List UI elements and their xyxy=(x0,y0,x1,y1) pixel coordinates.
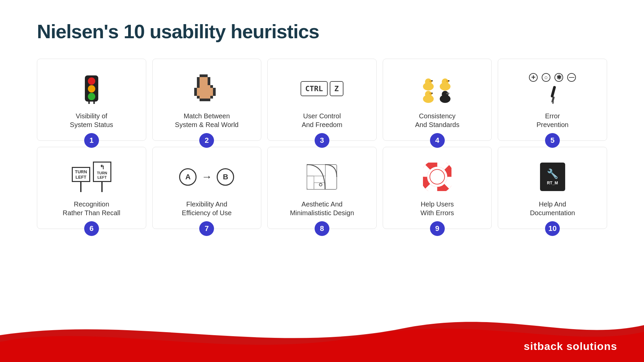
svg-rect-23 xyxy=(208,82,210,85)
svg-rect-12 xyxy=(205,77,208,80)
card-10-number: 10 xyxy=(545,221,560,236)
card-1: Visibility ofSystem Status 1 xyxy=(37,59,146,141)
svg-rect-42 xyxy=(205,90,208,93)
wrench-icon: 🔧 xyxy=(547,168,558,179)
card-7-icon: A → B xyxy=(179,157,234,196)
plus-icon: + xyxy=(529,73,538,82)
footer: sitback solutions xyxy=(0,308,644,362)
svg-rect-49 xyxy=(202,93,205,96)
footer-svg xyxy=(0,308,644,362)
svg-rect-26 xyxy=(202,85,205,88)
arrow-icon: → xyxy=(201,171,212,183)
svg-rect-18 xyxy=(208,80,210,82)
svg-rect-46 xyxy=(194,93,197,96)
svg-rect-4 xyxy=(88,102,90,104)
screwdriver-area: + ○ ✱ — xyxy=(529,73,576,104)
card-1-icon xyxy=(80,69,103,108)
ab-arrow: A → B xyxy=(179,168,234,186)
card-9-icon xyxy=(423,157,451,196)
card-2-number: 2 xyxy=(199,133,214,148)
card-3-label: User ControlAnd Freedom xyxy=(302,112,342,129)
z-key: Z xyxy=(330,81,343,96)
svg-rect-27 xyxy=(205,85,208,88)
svg-rect-86 xyxy=(307,176,314,189)
svg-rect-32 xyxy=(200,88,202,90)
a-circle: A xyxy=(179,168,197,186)
card-8: Aesthetic AndMinimalististic Design 8 xyxy=(267,147,377,229)
svg-rect-38 xyxy=(194,90,197,93)
card-1-label: Visibility ofSystem Status xyxy=(70,112,113,129)
svg-rect-14 xyxy=(197,80,200,82)
card-4-number: 4 xyxy=(430,133,445,148)
svg-rect-6 xyxy=(200,74,202,77)
svg-point-3 xyxy=(88,93,95,100)
svg-rect-22 xyxy=(205,82,208,85)
svg-rect-41 xyxy=(202,90,205,93)
card-5-icon: + ○ ✱ — xyxy=(529,69,576,108)
svg-rect-30 xyxy=(194,88,197,90)
card-7: A → B Flexibility AndEfficiency of Use 7 xyxy=(152,147,262,229)
turn-left-sign-2: ↰ TURNLEFT xyxy=(93,162,111,182)
svg-rect-13 xyxy=(208,77,210,80)
ctrl-key: CTRL xyxy=(301,81,328,96)
svg-rect-47 xyxy=(197,93,200,96)
card-8-icon xyxy=(306,157,338,196)
ducks-icon xyxy=(419,74,456,104)
card-3-icon: CTRL Z xyxy=(301,69,343,108)
card-8-number: 8 xyxy=(315,221,329,236)
svg-rect-50 xyxy=(205,93,208,96)
svg-rect-56 xyxy=(202,96,205,99)
svg-rect-8 xyxy=(205,74,208,77)
brand-text: sitback solutions xyxy=(524,340,617,353)
svg-rect-44 xyxy=(210,90,213,93)
svg-rect-84 xyxy=(307,165,325,189)
sign-stem-1 xyxy=(80,182,82,192)
svg-rect-5 xyxy=(93,102,95,104)
svg-rect-40 xyxy=(200,90,202,93)
svg-rect-25 xyxy=(200,85,202,88)
svg-rect-57 xyxy=(205,96,208,99)
b-circle: B xyxy=(217,168,234,186)
card-6-number: 6 xyxy=(84,221,99,236)
card-5: + ○ ✱ — ErrorPrevention 5 xyxy=(498,59,607,141)
svg-rect-48 xyxy=(200,93,202,96)
card-9: Help UsersWith Errors 9 xyxy=(383,147,492,229)
tool-icons-row: + ○ ✱ — xyxy=(529,73,576,82)
svg-rect-55 xyxy=(200,96,202,99)
card-8-label: Aesthetic AndMinimalististic Design xyxy=(290,200,354,217)
card-10-icon: 🔧 RT_M xyxy=(540,157,565,196)
svg-rect-53 xyxy=(213,93,216,96)
card-7-number: 7 xyxy=(199,221,214,236)
card-5-number: 5 xyxy=(545,133,560,148)
svg-rect-17 xyxy=(205,80,208,82)
card-3: CTRL Z User ControlAnd Freedom 3 xyxy=(267,59,377,141)
svg-rect-20 xyxy=(200,82,202,85)
pointing-hand-icon xyxy=(194,74,219,103)
svg-rect-16 xyxy=(202,80,205,82)
keyboard-combo: CTRL Z xyxy=(301,81,343,96)
sign-post-1: TURNLEFT xyxy=(72,167,90,192)
card-6-icon: TURNLEFT ↰ TURNLEFT xyxy=(72,157,111,196)
signs-container: TURNLEFT ↰ TURNLEFT xyxy=(72,162,111,192)
circle-icon: ○ xyxy=(542,73,550,82)
svg-rect-9 xyxy=(197,77,200,80)
heuristics-grid: Visibility ofSystem Status 1 xyxy=(37,59,607,229)
screwdriver-svg xyxy=(542,86,562,104)
card-1-number: 1 xyxy=(84,133,99,148)
svg-point-71 xyxy=(448,80,449,81)
svg-rect-52 xyxy=(210,93,213,96)
svg-rect-19 xyxy=(197,82,200,85)
svg-rect-10 xyxy=(200,77,202,80)
svg-point-79 xyxy=(448,93,449,94)
dash-icon: — xyxy=(567,73,576,82)
card-6-label: RecognitionRather Than Recall xyxy=(63,200,120,217)
sign-stem-2 xyxy=(101,182,103,192)
svg-rect-15 xyxy=(200,80,202,82)
svg-point-75 xyxy=(431,93,433,94)
svg-rect-43 xyxy=(208,90,210,93)
fibonacci-spiral-icon xyxy=(306,164,338,190)
lifebuoy-icon xyxy=(423,163,451,191)
card-2: Match BetweenSystem & Real World 2 xyxy=(152,59,262,141)
turn-left-sign-1: TURNLEFT xyxy=(72,167,90,182)
svg-rect-37 xyxy=(213,88,216,90)
